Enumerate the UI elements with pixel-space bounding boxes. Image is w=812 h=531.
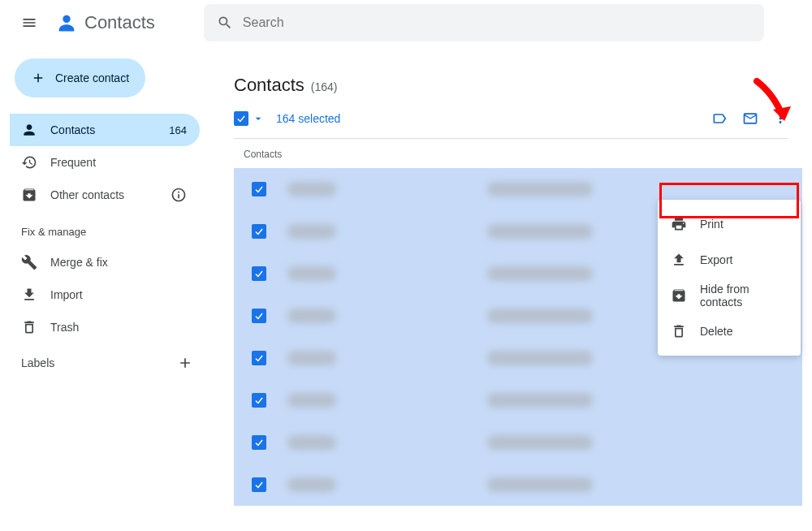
page-count: (164) xyxy=(311,80,338,93)
menu-item-label: Print xyxy=(700,218,723,231)
sidebar: Create contact Contacts 164 Frequent Oth… xyxy=(0,45,209,531)
contact-email-blurred xyxy=(487,182,593,196)
svg-point-0 xyxy=(63,15,70,23)
trash-icon xyxy=(21,319,37,335)
contact-name-blurred xyxy=(287,182,336,196)
search-input[interactable] xyxy=(243,15,751,30)
app-name: Contacts xyxy=(84,12,155,33)
contact-name-blurred xyxy=(287,393,336,408)
checkmark-icon xyxy=(253,437,265,448)
row-checkbox[interactable] xyxy=(252,351,266,365)
plus-icon[interactable] xyxy=(177,355,193,371)
labels-section: Labels xyxy=(10,343,209,379)
main-content: Contacts (164) 164 selected Contacts xyxy=(209,55,812,531)
delete-icon xyxy=(671,323,687,339)
dropdown-arrow-icon[interactable] xyxy=(252,112,265,125)
row-checkbox[interactable] xyxy=(252,393,266,408)
search-bar[interactable] xyxy=(204,4,764,41)
sidebar-item-label: Other contacts xyxy=(50,188,124,201)
selection-count-text: 164 selected xyxy=(276,112,340,125)
app-header: Contacts xyxy=(0,0,812,45)
history-icon xyxy=(21,154,37,171)
row-checkbox[interactable] xyxy=(252,224,266,239)
hamburger-menu-button[interactable] xyxy=(13,6,45,39)
sidebar-item-frequent[interactable]: Frequent xyxy=(10,146,200,179)
checkmark-icon xyxy=(235,113,247,124)
column-header: Contacts xyxy=(234,139,812,168)
more-actions-menu: Print Export Hide from contacts Delete xyxy=(658,200,801,356)
archive-icon xyxy=(21,187,37,203)
contact-row[interactable] xyxy=(234,421,802,464)
fix-manage-section-label: Fix & manage xyxy=(10,211,209,246)
sidebar-item-merge-fix[interactable]: Merge & fix xyxy=(10,246,200,278)
contact-name-blurred xyxy=(287,351,336,365)
row-checkbox[interactable] xyxy=(252,309,266,323)
sidebar-item-import[interactable]: Import xyxy=(10,278,200,311)
checkmark-icon xyxy=(253,183,265,195)
row-checkbox[interactable] xyxy=(252,477,266,492)
menu-item-label: Hide from contacts xyxy=(700,283,788,309)
app-logo[interactable]: Contacts xyxy=(55,11,155,34)
create-contact-label: Create contact xyxy=(55,71,129,84)
checkmark-icon xyxy=(253,479,265,490)
contact-row[interactable] xyxy=(234,379,802,421)
contacts-count: 164 xyxy=(169,124,187,136)
checkmark-icon xyxy=(253,226,265,237)
menu-item-label: Export xyxy=(700,253,732,266)
sidebar-item-other-contacts[interactable]: Other contacts xyxy=(10,179,200,211)
email-icon[interactable] xyxy=(742,110,758,127)
menu-item-hide[interactable]: Hide from contacts xyxy=(658,278,801,313)
contact-email-blurred xyxy=(487,393,593,408)
contact-email-blurred xyxy=(487,477,593,492)
labels-label: Labels xyxy=(21,356,54,369)
sidebar-item-label: Frequent xyxy=(50,156,96,169)
contacts-logo-icon xyxy=(55,11,78,34)
page-title: Contacts (164) xyxy=(234,75,812,96)
select-all-control[interactable] xyxy=(234,111,265,126)
select-all-checkbox[interactable] xyxy=(234,111,248,126)
menu-item-label: Delete xyxy=(700,325,732,338)
download-icon xyxy=(21,287,37,303)
info-icon[interactable] xyxy=(171,187,187,203)
contact-email-blurred xyxy=(487,309,593,323)
sidebar-item-contacts[interactable]: Contacts 164 xyxy=(10,114,200,146)
menu-item-export[interactable]: Export xyxy=(658,242,801,278)
selection-toolbar: 164 selected xyxy=(234,110,788,139)
hide-icon xyxy=(671,287,687,304)
contact-name-blurred xyxy=(287,309,336,323)
checkmark-icon xyxy=(253,352,265,364)
sidebar-item-label: Trash xyxy=(50,321,79,334)
menu-item-print[interactable]: Print xyxy=(658,206,801,242)
contact-email-blurred xyxy=(487,224,593,239)
checkmark-icon xyxy=(253,310,265,322)
sidebar-item-trash[interactable]: Trash xyxy=(10,311,200,343)
more-vert-icon[interactable] xyxy=(773,110,788,127)
plus-icon xyxy=(31,71,45,85)
row-checkbox[interactable] xyxy=(252,266,266,281)
row-checkbox[interactable] xyxy=(252,435,266,450)
checkmark-icon xyxy=(253,268,265,279)
contact-email-blurred xyxy=(487,266,593,281)
sidebar-item-label: Merge & fix xyxy=(50,256,108,269)
search-icon xyxy=(217,15,233,31)
contact-name-blurred xyxy=(287,477,336,492)
contact-name-blurred xyxy=(287,435,336,450)
checkmark-icon xyxy=(253,395,265,406)
print-icon xyxy=(671,216,687,232)
create-contact-button[interactable]: Create contact xyxy=(15,58,145,97)
contact-name-blurred xyxy=(287,224,336,239)
sidebar-item-label: Contacts xyxy=(50,123,95,136)
menu-item-delete[interactable]: Delete xyxy=(658,313,801,349)
contact-email-blurred xyxy=(487,435,593,450)
row-checkbox[interactable] xyxy=(252,182,266,196)
contact-row[interactable] xyxy=(234,464,802,506)
hamburger-icon xyxy=(21,15,37,31)
tools-icon xyxy=(21,254,37,270)
label-icon[interactable] xyxy=(711,110,728,127)
person-icon xyxy=(21,122,37,138)
contact-email-blurred xyxy=(487,351,593,365)
contact-name-blurred xyxy=(287,266,336,281)
sidebar-item-label: Import xyxy=(50,288,83,301)
export-icon xyxy=(671,252,687,268)
